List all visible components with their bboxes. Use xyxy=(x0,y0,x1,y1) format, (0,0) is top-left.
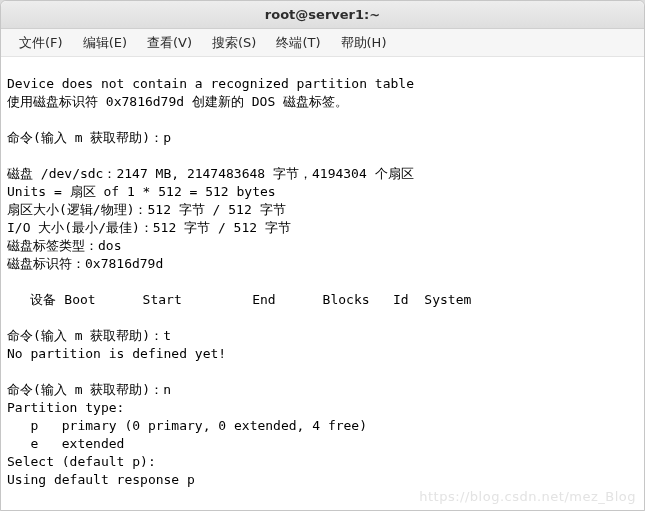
menu-file[interactable]: 文件(F) xyxy=(9,32,73,54)
terminal-window: root@server1:~ 文件(F) 编辑(E) 查看(V) 搜索(S) 终… xyxy=(0,0,645,511)
menu-terminal[interactable]: 终端(T) xyxy=(266,32,330,54)
titlebar: root@server1:~ xyxy=(1,1,644,29)
menu-view[interactable]: 查看(V) xyxy=(137,32,202,54)
window-title: root@server1:~ xyxy=(265,7,380,22)
menu-edit[interactable]: 编辑(E) xyxy=(73,32,137,54)
terminal-text: Device does not contain a recognized par… xyxy=(7,76,471,487)
menu-help[interactable]: 帮助(H) xyxy=(331,32,397,54)
terminal-output[interactable]: Device does not contain a recognized par… xyxy=(1,57,644,510)
menubar: 文件(F) 编辑(E) 查看(V) 搜索(S) 终端(T) 帮助(H) xyxy=(1,29,644,57)
watermark-text: https://blog.csdn.net/mez_Blog xyxy=(419,488,636,506)
menu-search[interactable]: 搜索(S) xyxy=(202,32,266,54)
